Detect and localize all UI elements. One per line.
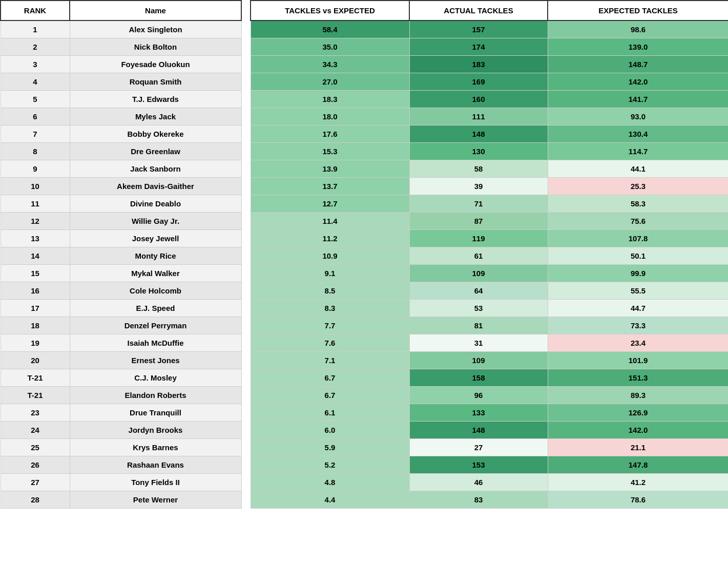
rank-cell: T-21 [1,369,70,387]
separator-cell [241,300,251,317]
name-cell: Myles Jack [70,108,241,125]
table-row: 4Roquan Smith27.0169142.0 [1,73,728,91]
separator-cell [241,160,251,178]
separator-cell [241,352,251,369]
actual-tackles-cell: 39 [409,178,548,195]
separator-cell [241,143,251,160]
rank-cell: 23 [1,404,70,422]
rank-cell: 20 [1,352,70,369]
name-cell: Divine Deablo [70,195,241,213]
table-row: 3Foyesade Oluokun34.3183148.7 [1,56,728,73]
tackles-vs-cell: 8.3 [251,300,409,317]
tackles-vs-cell: 11.2 [251,230,409,247]
actual-tackles-cell: 64 [409,282,548,300]
expected-tackles-cell: 141.7 [548,91,728,108]
rank-cell: 26 [1,456,70,474]
table-row: 6Myles Jack18.011193.0 [1,108,728,125]
separator-cell [241,282,251,300]
separator-cell [241,195,251,213]
name-cell: Drue Tranquill [70,404,241,422]
name-cell: Nick Bolton [70,38,241,56]
actual-tackles-cell: 81 [409,317,548,334]
table-row: 27Tony Fields II4.84641.2 [1,474,728,491]
rank-header: RANK [1,1,70,20]
separator-cell [241,230,251,247]
tackles-vs-cell: 12.7 [251,195,409,213]
actual-tackles-cell: 148 [409,422,548,439]
tackles-vs-cell: 6.7 [251,387,409,404]
rank-cell: 15 [1,265,70,282]
expected-tackles-cell: 73.3 [548,317,728,334]
table-row: 9Jack Sanborn13.95844.1 [1,160,728,178]
actual-tackles-cell: 61 [409,247,548,265]
actual-tackles-cell: 158 [409,369,548,387]
expected-tackles-cell: 50.1 [548,247,728,265]
actual-tackles-cell: 148 [409,125,548,143]
separator-cell [241,38,251,56]
expected-tackles-cell: 142.0 [548,422,728,439]
name-cell: Ernest Jones [70,352,241,369]
separator-cell [241,178,251,195]
rank-cell: 12 [1,213,70,230]
rank-cell: 2 [1,38,70,56]
rank-cell: 11 [1,195,70,213]
expected-tackles-cell: 93.0 [548,108,728,125]
rank-cell: 25 [1,439,70,456]
table-row: 1Alex Singleton58.415798.6 [1,20,728,38]
actual-tackles-cell: 87 [409,213,548,230]
rank-cell: 17 [1,300,70,317]
separator-header [241,1,251,20]
expected-tackles-cell: 114.7 [548,143,728,160]
table-row: T-21C.J. Mosley6.7158151.3 [1,369,728,387]
tackles-vs-cell: 9.1 [251,265,409,282]
separator-cell [241,265,251,282]
rank-cell: 19 [1,334,70,352]
main-table-container: RANK Name TACKLES vs EXPECTED ACTUAL TAC… [0,0,728,509]
table-row: 17E.J. Speed8.35344.7 [1,300,728,317]
name-cell: Roquan Smith [70,73,241,91]
rank-cell: 27 [1,474,70,491]
name-cell: Pete Werner [70,491,241,509]
table-row: 7Bobby Okereke17.6148130.4 [1,125,728,143]
table-row: 24Jordyn Brooks6.0148142.0 [1,422,728,439]
expected-tackles-cell: 25.3 [548,178,728,195]
actual-tackles-cell: 169 [409,73,548,91]
separator-cell [241,73,251,91]
separator-cell [241,20,251,38]
tackles-vs-cell: 7.6 [251,334,409,352]
tackles-vs-cell: 34.3 [251,56,409,73]
table-row: 15Mykal Walker9.110999.9 [1,265,728,282]
separator-cell [241,369,251,387]
table-row: 11Divine Deablo12.77158.3 [1,195,728,213]
name-cell: Rashaan Evans [70,456,241,474]
name-cell: Dre Greenlaw [70,143,241,160]
name-cell: Akeem Davis-Gaither [70,178,241,195]
table-row: T-21Elandon Roberts6.79689.3 [1,387,728,404]
separator-cell [241,91,251,108]
tackles-vs-header: TACKLES vs EXPECTED [251,1,409,20]
separator-cell [241,108,251,125]
expected-tackles-cell: 148.7 [548,56,728,73]
actual-tackles-cell: 153 [409,456,548,474]
tackles-vs-cell: 18.0 [251,108,409,125]
name-cell: Foyesade Oluokun [70,56,241,73]
tackles-vs-cell: 11.4 [251,213,409,230]
expected-tackles-cell: 151.3 [548,369,728,387]
name-cell: Bobby Okereke [70,125,241,143]
actual-header: ACTUAL TACKLES [409,1,548,20]
rank-cell: 18 [1,317,70,334]
name-cell: Monty Rice [70,247,241,265]
tackles-vs-cell: 18.3 [251,91,409,108]
actual-tackles-cell: 119 [409,230,548,247]
name-cell: Denzel Perryman [70,317,241,334]
table-row: 12Willie Gay Jr.11.48775.6 [1,213,728,230]
tackles-vs-cell: 4.8 [251,474,409,491]
table-row: 20Ernest Jones7.1109101.9 [1,352,728,369]
expected-tackles-cell: 89.3 [548,387,728,404]
rank-cell: 3 [1,56,70,73]
table-row: 23Drue Tranquill6.1133126.9 [1,404,728,422]
name-cell: Mykal Walker [70,265,241,282]
tackles-vs-cell: 7.1 [251,352,409,369]
name-cell: Josey Jewell [70,230,241,247]
expected-tackles-cell: 142.0 [548,73,728,91]
